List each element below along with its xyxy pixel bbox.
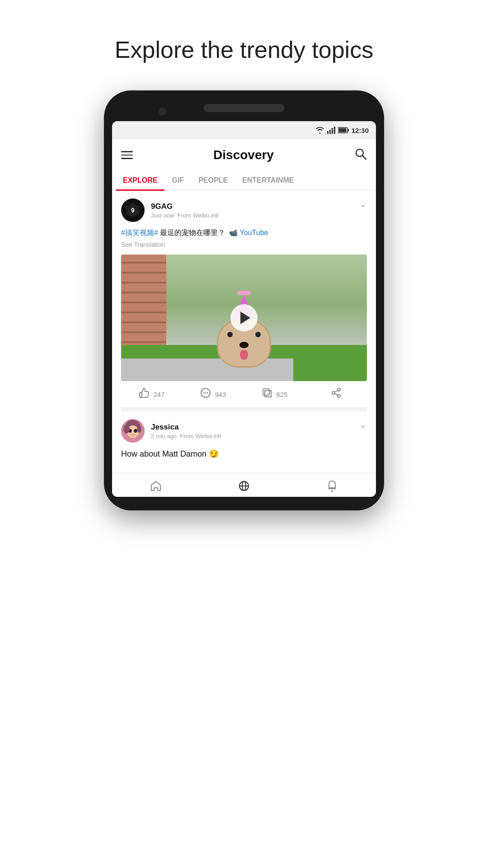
like-button[interactable]: 247: [121, 387, 183, 401]
phone-frame: 12:30 Discovery EXPLORE GIF PEOPLE ENTER…: [104, 90, 384, 510]
svg-point-18: [338, 395, 340, 397]
repost-button[interactable]: 625: [244, 387, 305, 401]
share-icon: [331, 387, 342, 401]
phone-camera: [158, 108, 166, 116]
svg-rect-1: [329, 130, 331, 134]
post-user-info-2: Jessica 2 min ago From Weibo.intl: [121, 419, 221, 443]
svg-point-12: [203, 392, 205, 394]
jessica-avatar-svg: [121, 419, 145, 443]
svg-point-13: [205, 392, 206, 394]
nav-home[interactable]: [112, 480, 200, 492]
svg-point-16: [338, 388, 340, 391]
bottom-nav: [112, 473, 376, 497]
svg-point-26: [123, 425, 130, 434]
status-bar: 12:30: [112, 121, 376, 139]
post-1-text: #搞笑视频# 最逗的宠物在哪里？ 📹 YouTube: [121, 227, 367, 238]
tab-explore[interactable]: EXPLORE: [116, 171, 164, 190]
thumb-up-icon: [139, 387, 150, 401]
post-card-2: Jessica 2 min ago From Weibo.intl ⌄ How …: [112, 411, 376, 473]
app-title: Discovery: [213, 148, 274, 162]
phone-speaker: [203, 104, 285, 112]
hashtag[interactable]: #搞笑视频#: [121, 229, 158, 236]
search-button[interactable]: [354, 147, 367, 163]
svg-rect-3: [334, 127, 335, 134]
svg-rect-6: [348, 129, 349, 132]
9gag-logo: 9: [125, 202, 141, 218]
svg-rect-15: [263, 389, 269, 395]
share-button[interactable]: [305, 387, 367, 401]
like-count: 247: [153, 391, 164, 398]
post-1-user-details: 9GAG Just now From Weibo.intl: [151, 202, 218, 219]
comment-button[interactable]: 943: [183, 387, 244, 401]
svg-line-19: [335, 394, 338, 396]
comment-icon: [200, 387, 211, 401]
post-2-username: Jessica: [151, 423, 221, 432]
phone-screen: 12:30 Discovery EXPLORE GIF PEOPLE ENTER…: [112, 121, 376, 497]
post-header-1: 9 9GAG Just now From Weibo.intl ⌄: [121, 198, 367, 222]
signal-icon: [327, 127, 335, 134]
avatar-jessica: [121, 419, 145, 443]
app-header: Discovery: [112, 139, 376, 171]
post-2-chevron[interactable]: ⌄: [359, 419, 367, 430]
svg-point-14: [207, 392, 208, 394]
svg-rect-0: [327, 131, 328, 134]
tab-entertainment[interactable]: ENTERTAINME: [235, 171, 301, 190]
post-1-actions: 247 943: [121, 381, 367, 411]
battery-icon: [338, 127, 349, 133]
post-1-meta: Just now From Weibo.intl: [151, 212, 218, 219]
svg-line-20: [335, 391, 338, 392]
page-title: Explore the trendy topics: [115, 36, 373, 63]
repost-icon: [262, 387, 272, 401]
post-2-user-details: Jessica 2 min ago From Weibo.intl: [151, 423, 221, 439]
tab-people[interactable]: PEOPLE: [191, 171, 235, 190]
post-1-content: #搞笑视频# 最逗的宠物在哪里？ 📹 YouTube See Translati…: [121, 227, 367, 248]
post-header-2: Jessica 2 min ago From Weibo.intl ⌄: [121, 419, 367, 443]
post-2-text: How about Matt Damon 😏: [121, 448, 367, 460]
svg-rect-2: [332, 128, 333, 134]
svg-point-27: [137, 425, 141, 433]
repost-count: 625: [276, 391, 287, 398]
post-2-content: How about Matt Damon 😏: [121, 448, 367, 460]
post-1-see-translation[interactable]: See Translation: [121, 241, 367, 248]
comment-count: 943: [215, 391, 226, 398]
wifi-icon: [315, 127, 324, 134]
tabs-bar: EXPLORE GIF PEOPLE ENTERTAINME: [112, 171, 376, 190]
menu-button[interactable]: [121, 151, 133, 159]
svg-line-8: [362, 156, 366, 159]
video-scene: [121, 255, 367, 381]
svg-point-17: [332, 392, 335, 394]
tab-gif[interactable]: GIF: [164, 171, 191, 190]
svg-text:9: 9: [131, 207, 135, 214]
avatar-9gag: 9: [121, 198, 145, 222]
discover-icon: [238, 480, 250, 492]
svg-point-31: [331, 490, 333, 492]
home-icon: [150, 480, 162, 492]
post-user-info-1: 9 9GAG Just now From Weibo.intl: [121, 198, 218, 222]
notification-icon: [326, 480, 338, 492]
play-button[interactable]: [230, 304, 258, 331]
post-card-1: 9 9GAG Just now From Weibo.intl ⌄ #搞笑视频#…: [112, 190, 376, 411]
svg-point-25: [134, 429, 137, 433]
post-1-username: 9GAG: [151, 202, 218, 211]
play-triangle-icon: [240, 311, 250, 324]
status-icons: 12:30: [315, 127, 369, 134]
nav-notification[interactable]: [288, 480, 376, 492]
youtube-link[interactable]: YouTube: [240, 229, 268, 236]
status-time: 12:30: [352, 127, 369, 134]
video-thumbnail[interactable]: [121, 255, 367, 381]
post-2-meta: 2 min ago From Weibo.intl: [151, 433, 221, 439]
post-1-chevron[interactable]: ⌄: [359, 198, 367, 209]
nav-discover[interactable]: [200, 480, 288, 492]
svg-rect-5: [338, 128, 346, 132]
